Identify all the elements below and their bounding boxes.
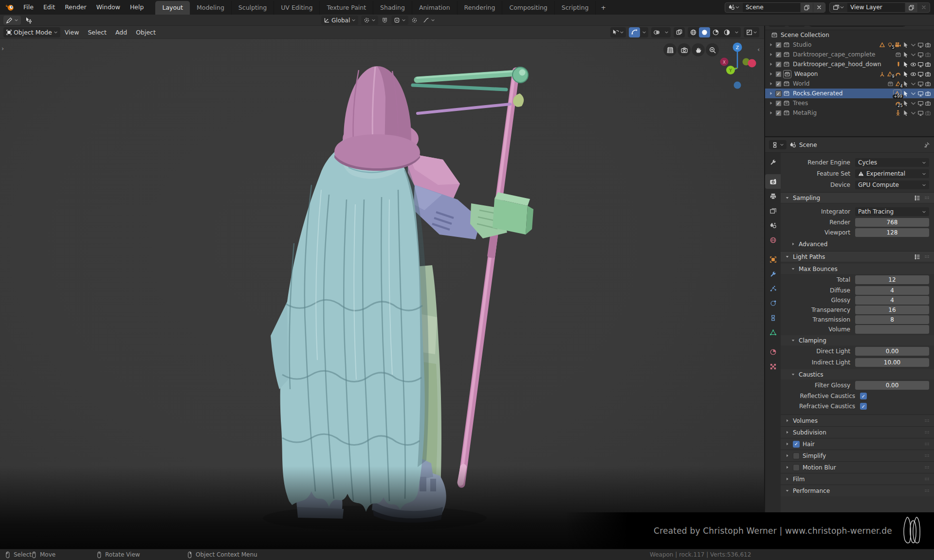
advanced-subpanel[interactable]: Advanced: [781, 239, 934, 249]
hide-icon[interactable]: [910, 52, 916, 58]
tab-world[interactable]: [765, 233, 781, 247]
outliner-row-world[interactable]: ✓ World 4: [765, 79, 934, 89]
expand-icon[interactable]: [768, 71, 774, 77]
viewport-disable-icon[interactable]: [917, 71, 924, 77]
render-disable-icon[interactable]: [925, 110, 931, 116]
hide-icon[interactable]: [910, 71, 916, 77]
outliner-row-trees[interactable]: ✓ Trees 25: [765, 98, 934, 108]
grip-icon[interactable]: [924, 441, 930, 447]
hide-icon[interactable]: [910, 100, 916, 107]
menu-help[interactable]: Help: [125, 0, 149, 15]
grip-icon[interactable]: [924, 464, 930, 470]
viewport-disable-icon[interactable]: [917, 110, 924, 116]
menu-render[interactable]: Render: [60, 0, 92, 15]
tab-animation[interactable]: Animation: [412, 1, 458, 15]
shading-material-button[interactable]: [710, 27, 721, 37]
outliner-row-scene-collection[interactable]: Scene Collection: [765, 30, 934, 40]
total-field[interactable]: 12: [855, 275, 929, 284]
collection-checkbox[interactable]: ✓: [775, 81, 782, 87]
render-disable-icon[interactable]: [925, 61, 931, 68]
mode-dropdown[interactable]: Object Mode: [3, 27, 60, 37]
tab-render[interactable]: [765, 174, 781, 189]
hide-icon[interactable]: [910, 61, 916, 68]
render-disable-icon[interactable]: [925, 81, 931, 87]
falloff-dropdown[interactable]: [421, 16, 438, 25]
menu-add[interactable]: Add: [111, 26, 131, 39]
tab-layout[interactable]: Layout: [155, 1, 190, 15]
device-dropdown[interactable]: GPU Compute: [855, 181, 929, 189]
grip-icon[interactable]: [924, 476, 930, 482]
tab-modeling[interactable]: Modeling: [190, 1, 232, 15]
viewport-disable-icon[interactable]: [917, 42, 924, 48]
outliner-row-metarig[interactable]: ✓ MetaRig: [765, 108, 934, 118]
motion-blur-checkbox[interactable]: [793, 464, 800, 471]
sampling-panel-header[interactable]: Sampling: [781, 192, 934, 203]
subdivision-panel[interactable]: Subdivision: [781, 426, 934, 438]
outliner-row-studio[interactable]: ✓ Studio 5: [765, 40, 934, 50]
expand-icon[interactable]: [768, 61, 774, 67]
render-disable-icon[interactable]: [925, 52, 931, 58]
reflective-caustics-checkbox[interactable]: ✓: [860, 393, 867, 399]
tab-view-layer[interactable]: [765, 203, 781, 218]
hair-checkbox[interactable]: ✓: [793, 441, 800, 448]
view-layer-browse-icon[interactable]: [830, 3, 847, 12]
glossy-field[interactable]: 4: [855, 296, 929, 305]
toolbar-expand-icon[interactable]: ›: [1, 45, 4, 52]
grip-icon[interactable]: [924, 253, 930, 260]
outliner-row-rocks-generated[interactable]: ✓ Rocks.Generated +99: [765, 89, 934, 98]
expand-icon[interactable]: [768, 52, 774, 57]
collection-checkbox[interactable]: ✓: [775, 52, 782, 58]
shading-dropdown[interactable]: [733, 27, 741, 37]
menu-object[interactable]: Object: [131, 26, 160, 39]
move-tool-icon[interactable]: [25, 17, 33, 24]
tab-scene[interactable]: [765, 218, 781, 233]
transform-orientation-dropdown[interactable]: Global: [321, 16, 358, 25]
indirect-light-field[interactable]: 10.00: [855, 358, 929, 367]
proportional-editing-dropdown[interactable]: [391, 16, 408, 25]
tab-material[interactable]: [765, 344, 781, 359]
grip-icon[interactable]: [924, 429, 930, 435]
tab-tool[interactable]: [765, 155, 781, 169]
tab-object[interactable]: [765, 252, 781, 267]
viewport-disable-icon[interactable]: [917, 100, 924, 107]
expand-icon[interactable]: [768, 100, 774, 106]
hide-icon[interactable]: [910, 42, 916, 48]
tab-particles[interactable]: [765, 281, 781, 296]
grip-icon[interactable]: [924, 488, 930, 494]
hide-icon[interactable]: [910, 81, 916, 87]
shading-wireframe-button[interactable]: [688, 27, 699, 37]
tab-constraints[interactable]: [765, 310, 781, 325]
collection-checkbox[interactable]: ✓: [775, 100, 782, 107]
motion-blur-panel[interactable]: Motion Blur: [781, 461, 934, 473]
outliner-row-weapon[interactable]: ✓ Weapon 9: [765, 69, 934, 79]
tab-texture-paint[interactable]: Texture Paint: [320, 1, 373, 15]
diffuse-field[interactable]: 4: [855, 286, 929, 295]
expand-icon[interactable]: [768, 110, 774, 116]
hair-panel[interactable]: ✓ Hair: [781, 438, 934, 450]
gizmo-dropdown[interactable]: [640, 27, 648, 37]
render-disable-icon[interactable]: [925, 42, 931, 48]
direct-light-field[interactable]: 0.00: [855, 347, 929, 356]
3d-viewport[interactable]: Z X Y ‹ ›: [0, 39, 764, 549]
light-paths-panel-header[interactable]: Light Paths: [781, 251, 934, 262]
grip-icon[interactable]: [924, 452, 930, 459]
transparency-field[interactable]: 16: [855, 306, 929, 314]
render-engine-dropdown[interactable]: Cycles: [855, 158, 929, 167]
expand-icon[interactable]: [768, 81, 774, 87]
render-pass-dropdown[interactable]: [744, 27, 759, 37]
film-panel[interactable]: Film: [781, 473, 934, 485]
refractive-caustics-checkbox[interactable]: ✓: [860, 403, 867, 410]
render-samples-field[interactable]: 768: [855, 218, 929, 227]
scene-name[interactable]: Scene: [743, 3, 800, 12]
selectable-icon[interactable]: [903, 90, 909, 97]
add-workspace-button[interactable]: +: [596, 1, 610, 15]
axis-gizmo[interactable]: Z X Y: [710, 39, 763, 92]
tab-sculpting[interactable]: Sculpting: [232, 1, 274, 15]
view-layer-new-icon[interactable]: [905, 3, 917, 12]
simplify-checkbox[interactable]: [793, 452, 800, 459]
tab-compositing[interactable]: Compositing: [502, 1, 554, 15]
viewport-disable-icon[interactable]: [917, 61, 924, 68]
tab-texture[interactable]: [765, 359, 781, 374]
collection-checkbox[interactable]: ✓: [775, 61, 782, 68]
filter-glossy-field[interactable]: 0.00: [855, 381, 929, 390]
